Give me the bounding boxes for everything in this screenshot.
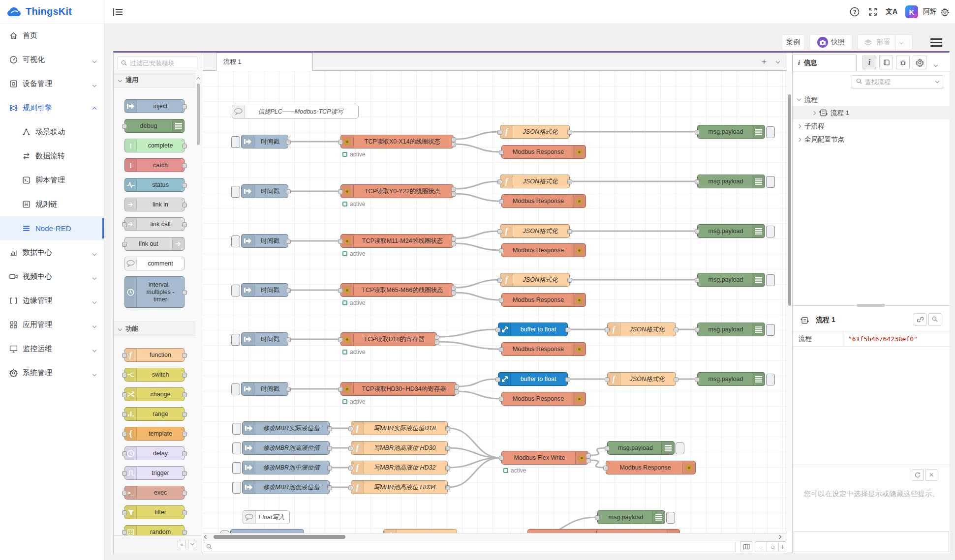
input-port[interactable] xyxy=(122,392,127,397)
tree-item-全局配置节点[interactable]: 全局配置节点 xyxy=(793,133,950,146)
input-port[interactable] xyxy=(122,432,127,437)
output-port[interactable] xyxy=(567,130,572,135)
flow-node-msg.payload[interactable]: msg.payload xyxy=(597,510,665,524)
sidebar-item-设备管理[interactable]: 设备管理 xyxy=(0,72,104,96)
inject-button[interactable] xyxy=(231,236,240,247)
flow-node-JSON格式化[interactable]: fJSON格式化 xyxy=(500,175,570,188)
debug-toggle-button[interactable] xyxy=(666,512,675,524)
input-port[interactable] xyxy=(499,248,504,253)
input-port[interactable] xyxy=(695,377,700,382)
palette-scrollbar[interactable] xyxy=(196,75,200,534)
flow-canvas[interactable]: 信捷PLC——Modbus-TCP读写时间戳TCP读取X0-X14的线圈状态ac… xyxy=(203,71,787,533)
flow-node-buffer to float[interactable]: buffer to float xyxy=(498,323,568,336)
output-port[interactable] xyxy=(286,288,291,293)
canvas-vscrollbar[interactable] xyxy=(787,71,792,533)
flow-node-Modbus Response[interactable]: Modbus Response xyxy=(501,194,586,208)
palette-node-exec[interactable]: >_exec xyxy=(124,486,185,500)
flow-search-input[interactable]: 查找流程 xyxy=(852,75,943,88)
tip-refresh-icon[interactable] xyxy=(912,469,924,481)
output-port[interactable] xyxy=(182,222,187,227)
output-port-2[interactable] xyxy=(451,291,456,295)
palette-node-filter[interactable]: filter xyxy=(124,505,185,519)
input-port[interactable] xyxy=(122,510,127,515)
palette-node-complete[interactable]: !complete xyxy=(124,139,185,152)
input-port[interactable] xyxy=(695,130,700,135)
wire[interactable] xyxy=(449,428,500,458)
input-port[interactable] xyxy=(495,327,500,332)
flow-node-p2[interactable]: f xyxy=(383,529,457,533)
flow-node-TCP读取M65-M66的线圈状态[interactable]: TCP读取M65-M66的线圈状态 xyxy=(340,283,454,297)
tree-item-流程[interactable]: 流程 xyxy=(793,93,950,106)
flow-node-Modbus Response[interactable]: Modbus Response xyxy=(501,392,586,406)
wire[interactable] xyxy=(455,181,499,189)
debug-toggle-button[interactable] xyxy=(766,274,775,286)
palette-category-功能[interactable]: 功能 xyxy=(114,322,195,336)
input-port[interactable] xyxy=(122,124,127,129)
sidebar-item-脚本管理[interactable]: 脚本管理 xyxy=(0,168,104,192)
flow-node-时间戳[interactable]: 时间戳 xyxy=(241,135,288,148)
flow-node-msg.payload[interactable]: msg.payload xyxy=(697,125,765,139)
flow-node-buffer to float[interactable]: buffer to float xyxy=(498,372,568,386)
input-port[interactable] xyxy=(499,397,504,402)
output-port[interactable] xyxy=(286,189,291,194)
wire[interactable] xyxy=(449,458,500,487)
flow-node-JSON格式化[interactable]: fJSON格式化 xyxy=(500,224,570,238)
output-port[interactable] xyxy=(182,183,187,188)
tree-item-子流程[interactable]: 子流程 xyxy=(793,119,950,133)
output-port[interactable] xyxy=(182,144,187,148)
sidebar-item-首页[interactable]: 首页 xyxy=(0,24,104,48)
zoom-in-button[interactable]: + xyxy=(778,541,786,552)
flow-node-TCP读取Y0-Y22的线圈状态[interactable]: TCP读取Y0-Y22的线圈状态 xyxy=(340,184,454,198)
tip-close-icon[interactable]: ✕ xyxy=(925,469,937,481)
sidebar-collapse-icon[interactable] xyxy=(112,6,124,18)
output-port[interactable] xyxy=(182,451,187,456)
input-port[interactable] xyxy=(499,347,504,352)
help-icon[interactable]: ? xyxy=(849,6,861,18)
panel-splitter[interactable] xyxy=(793,305,950,309)
config-gear-icon[interactable] xyxy=(913,56,926,69)
input-port[interactable] xyxy=(497,278,502,283)
input-port[interactable] xyxy=(338,337,343,342)
canvas-hscrollbar[interactable] xyxy=(203,533,787,540)
palette-node-function[interactable]: ffunction xyxy=(124,348,185,362)
output-port[interactable] xyxy=(182,432,187,437)
output-port[interactable] xyxy=(674,377,678,382)
input-port[interactable] xyxy=(348,466,353,471)
zoom-to-flow-icon[interactable] xyxy=(928,313,941,326)
output-port[interactable] xyxy=(182,412,187,417)
output-port-1[interactable] xyxy=(451,286,456,291)
minimap-icon[interactable] xyxy=(740,541,752,552)
input-port[interactable] xyxy=(499,456,504,461)
flow-node-TCP读取HD30~HD34的寄存器[interactable]: TCP读取HD30~HD34的寄存器 xyxy=(340,382,457,396)
output-port[interactable] xyxy=(182,392,187,397)
user-name[interactable]: 阿辉 xyxy=(923,7,937,16)
inject-button[interactable] xyxy=(232,442,241,454)
output-port[interactable] xyxy=(286,140,291,145)
zoom-out-button[interactable]: − xyxy=(755,541,767,552)
sidebar-item-规则链[interactable]: 规则链 xyxy=(0,192,104,216)
inject-button[interactable] xyxy=(232,423,241,435)
flow-node-时间戳[interactable]: 时间戳 xyxy=(241,382,288,396)
inject-button[interactable] xyxy=(232,462,241,474)
wire[interactable] xyxy=(449,458,500,468)
wire[interactable] xyxy=(455,280,499,288)
output-port[interactable] xyxy=(286,387,291,392)
debug-toggle-button[interactable] xyxy=(766,226,775,237)
input-port[interactable] xyxy=(499,199,504,204)
input-port[interactable] xyxy=(497,229,502,234)
palette-node-status[interactable]: status xyxy=(124,178,185,192)
sidebar-item-监控运维[interactable]: 监控运维 xyxy=(0,337,104,361)
brand[interactable]: ThingsKit xyxy=(0,0,104,24)
flow-node-Modbus Flex Write[interactable]: Modbus Flex Write xyxy=(501,451,588,465)
wire[interactable] xyxy=(449,448,500,458)
palette-category-通用[interactable]: 通用 xyxy=(114,73,195,88)
output-port[interactable] xyxy=(565,377,570,382)
debug-toggle-button[interactable] xyxy=(676,442,684,454)
canvas-search-input[interactable] xyxy=(204,542,736,552)
settings-gear-icon[interactable] xyxy=(939,6,951,18)
wire[interactable] xyxy=(589,460,605,468)
output-port[interactable] xyxy=(445,466,450,471)
output-port[interactable] xyxy=(567,278,572,283)
output-port-2[interactable] xyxy=(451,192,456,197)
flow-node-p1[interactable] xyxy=(230,529,304,533)
